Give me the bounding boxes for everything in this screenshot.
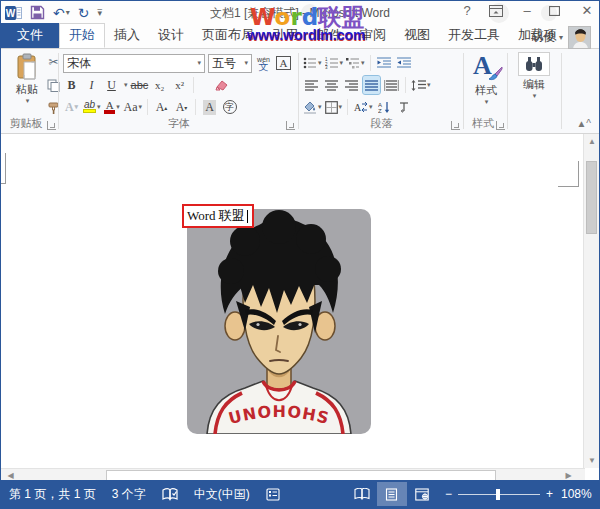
close-button[interactable]: ✕ (579, 3, 595, 18)
web-layout-icon[interactable] (407, 482, 437, 506)
ribbon-display-options-icon[interactable] (489, 5, 505, 17)
editing-button[interactable]: 编辑 ▾ (514, 52, 554, 100)
align-center-icon[interactable] (323, 76, 340, 94)
page-indicator[interactable]: 第 1 页，共 1 页 (1, 480, 104, 508)
tab-developer[interactable]: 开发工具 (439, 23, 509, 48)
text-cursor (247, 210, 248, 223)
zoom-slider[interactable] (458, 494, 540, 495)
paragraph-group-label: 段落 (299, 116, 464, 131)
annotated-overlay-text[interactable]: Word 联盟 (182, 204, 254, 228)
underline-caret-icon[interactable]: ▾ (124, 81, 128, 89)
document-picture[interactable]: UNOHOHS (187, 209, 371, 434)
shading-icon[interactable]: ▾ (303, 98, 322, 116)
word-window: W ↶▾ ↻ ▾̅ 文档1 [兼容模式] - Microsoft Word ? … (0, 0, 600, 509)
show-hide-marks-icon[interactable] (396, 98, 413, 116)
svg-text:3: 3 (325, 65, 328, 69)
paste-button[interactable]: 粘贴 ▾ (9, 53, 45, 121)
numbering-icon[interactable]: 123▾ (325, 54, 344, 72)
line-spacing-icon[interactable]: ▾ (411, 76, 431, 94)
paste-icon (15, 53, 39, 80)
justify-icon[interactable] (363, 76, 380, 94)
font-dialog-launcher-icon[interactable] (286, 121, 295, 130)
read-mode-icon[interactable] (347, 482, 377, 506)
font-name-combo[interactable]: 宋体▾ (63, 54, 205, 73)
minimize-button[interactable]: – (519, 3, 535, 18)
scroll-down-icon[interactable]: ▼ (584, 453, 600, 468)
styles-button-label: 样式 (475, 83, 497, 98)
sort-icon[interactable]: AZ (376, 98, 393, 116)
margin-crop-mark (5, 153, 6, 183)
distribute-icon[interactable] (383, 76, 400, 94)
scroll-up-icon[interactable]: ▲ (584, 134, 600, 149)
enclose-characters-icon[interactable]: 字 (221, 98, 238, 116)
clipboard-dialog-launcher-icon[interactable] (47, 121, 56, 130)
align-right-icon[interactable] (343, 76, 360, 94)
vertical-scroll-thumb[interactable] (586, 161, 597, 234)
macro-record-icon[interactable] (258, 480, 288, 508)
subscript-button[interactable]: x₂ (151, 76, 168, 94)
zoom-slider-thumb[interactable] (496, 489, 500, 500)
character-border-icon[interactable]: A (275, 54, 292, 72)
bold-button[interactable]: B (63, 76, 80, 94)
italic-button[interactable]: I (83, 76, 100, 94)
tab-home[interactable]: 开始 (59, 23, 105, 48)
zoom-out-button[interactable]: − (445, 487, 452, 501)
font-size-combo[interactable]: 五号▾ (208, 54, 252, 73)
user-avatar[interactable] (568, 26, 591, 49)
decrease-indent-icon[interactable] (376, 54, 393, 72)
zoom-control: − + (437, 487, 561, 501)
tab-view[interactable]: 视图 (395, 23, 439, 48)
tab-design[interactable]: 设计 (149, 23, 193, 48)
increase-indent-icon[interactable] (396, 54, 413, 72)
document-canvas[interactable]: UNOHOHS (1, 134, 585, 468)
change-case-icon[interactable]: Aa▾ (124, 98, 143, 116)
grow-font-icon[interactable]: A▴ (153, 98, 170, 116)
user-name[interactable]: 胡俊▾ (531, 29, 563, 46)
maximize-button[interactable] (549, 6, 565, 16)
phonetic-guide-icon[interactable]: wén文 (255, 54, 272, 72)
styles-brush-icon (487, 66, 503, 82)
collapse-ribbon-icon[interactable]: ▲︎​^ (576, 118, 591, 129)
word-count[interactable]: 3 个字 (104, 480, 154, 508)
find-binoculars-icon (525, 56, 543, 72)
borders-icon[interactable]: ▾ (325, 98, 343, 116)
overlay-text[interactable]: Word 联盟 (187, 207, 245, 225)
svg-text:Z: Z (378, 108, 382, 113)
paragraph-group: ▾ 123▾ ▾ ▾ ▾ ▾ A▾ AZ (299, 49, 464, 133)
help-button[interactable]: ? (459, 3, 475, 18)
print-layout-icon[interactable] (377, 482, 407, 506)
superscript-button[interactable]: x² (171, 76, 188, 94)
align-left-icon[interactable] (303, 76, 320, 94)
asian-layout-icon[interactable]: A▾ (353, 98, 373, 116)
ribbon: 粘贴 ▾ ✂ 剪贴板 宋体▾ 五号▾ wén文 A (1, 49, 599, 134)
proofing-icon[interactable] (154, 480, 186, 508)
vertical-scrollbar[interactable]: ▲ ▼ (583, 134, 599, 468)
styles-group: A 样式 ▾ 样式 (464, 49, 508, 133)
paste-caret-icon: ▾ (26, 97, 30, 105)
margin-crop-mark (578, 161, 579, 186)
language-indicator[interactable]: 中文(中国) (186, 480, 258, 508)
zoom-in-button[interactable]: + (546, 487, 553, 501)
font-group: 宋体▾ 五号▾ wén文 A B I U▾ abc x₂ x² A▾ ab▾ (59, 49, 299, 133)
clipboard-group: 粘贴 ▾ ✂ 剪贴板 (1, 49, 59, 133)
zoom-percentage[interactable]: 108% (561, 487, 599, 501)
styles-dialog-launcher-icon[interactable] (496, 121, 505, 130)
underline-button[interactable]: U (103, 76, 120, 94)
text-effects-icon[interactable]: A▾ (63, 98, 80, 116)
strikethrough-button[interactable]: abc (131, 76, 149, 94)
styles-button[interactable]: A 样式 ▾ (466, 52, 506, 106)
margin-crop-mark (558, 186, 579, 187)
font-color-icon[interactable]: A▾ (104, 98, 121, 116)
tab-file[interactable]: 文件 (1, 23, 59, 48)
bullets-icon[interactable]: ▾ (303, 54, 322, 72)
margin-crop-mark (1, 183, 6, 184)
shrink-font-icon[interactable]: A▾ (173, 98, 190, 116)
clear-formatting-icon[interactable] (213, 76, 230, 94)
text-highlight-icon[interactable]: ab▾ (83, 98, 101, 116)
site-watermark-url: www.wordlm.com (247, 27, 366, 43)
character-shading-icon[interactable]: A (201, 98, 218, 116)
status-bar: 第 1 页，共 1 页 3 个字 中文(中国) − + 108% (1, 480, 599, 508)
multilevel-list-icon[interactable]: ▾ (346, 54, 365, 72)
tab-insert[interactable]: 插入 (105, 23, 149, 48)
svg-text:A: A (378, 102, 382, 108)
